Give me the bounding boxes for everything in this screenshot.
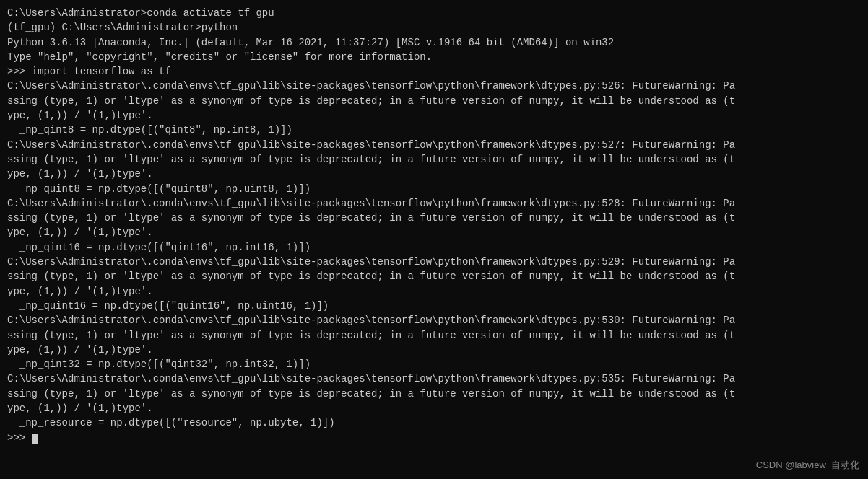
terminal-line: C:\Users\Administrator\.conda\envs\tf_gp… — [7, 372, 861, 386]
terminal-line: C:\Users\Administrator\.conda\envs\tf_gp… — [7, 138, 861, 152]
terminal-line: C:\Users\Administrator\.conda\envs\tf_gp… — [7, 79, 861, 93]
watermark: CSDN @labview_自动化 — [756, 459, 859, 472]
terminal-line: C:\Users\Administrator>conda activate tf… — [7, 6, 861, 20]
terminal-line: ssing (type, 1) or 'ltype' as a synonym … — [7, 328, 861, 343]
terminal-line: ype, (1,)) / '(1,)type'. — [7, 343, 861, 357]
terminal-line: _np_quint16 = np.dtype([("quint16", np.u… — [7, 299, 861, 313]
terminal-line: ssing (type, 1) or 'ltype' as a synonym … — [7, 94, 861, 108]
terminal-line: ype, (1,)) / '(1,)type'. — [7, 284, 861, 299]
terminal-line: C:\Users\Administrator\.conda\envs\tf_gp… — [7, 196, 861, 211]
terminal-line: _np_qint8 = np.dtype([("qint8", np.int8,… — [7, 123, 861, 137]
terminal-line: ssing (type, 1) or 'ltype' as a synonym … — [7, 211, 861, 225]
terminal-line: ype, (1,)) / '(1,)type'. — [7, 401, 861, 416]
terminal-line: ype, (1,)) / '(1,)type'. — [7, 108, 861, 123]
terminal-line: _np_quint8 = np.dtype([("quint8", np.uin… — [7, 182, 861, 196]
terminal-line: ype, (1,)) / '(1,)type'. — [7, 167, 861, 181]
terminal-line: >>> — [7, 431, 861, 445]
terminal-window: C:\Users\Administrator>conda activate tf… — [0, 0, 868, 479]
terminal-line: C:\Users\Administrator\.conda\envs\tf_gp… — [7, 255, 861, 269]
terminal-line: ssing (type, 1) or 'ltype' as a synonym … — [7, 152, 861, 167]
terminal-line: C:\Users\Administrator\.conda\envs\tf_gp… — [7, 313, 861, 328]
terminal-line: (tf_gpu) C:\Users\Administrator>python — [7, 20, 861, 35]
terminal-line: Python 3.6.13 |Anaconda, Inc.| (default,… — [7, 35, 861, 50]
terminal-line: ssing (type, 1) or 'ltype' as a synonym … — [7, 387, 861, 401]
terminal-line: _np_qint16 = np.dtype([("qint16", np.int… — [7, 240, 861, 255]
terminal-line: _np_qint32 = np.dtype([("qint32", np.int… — [7, 357, 861, 372]
terminal-line: Type "help", "copyright", "credits" or "… — [7, 50, 861, 64]
terminal-line: _np_resource = np.dtype([("resource", np… — [7, 416, 861, 430]
terminal-cursor — [32, 434, 38, 444]
terminal-line: ype, (1,)) / '(1,)type'. — [7, 225, 861, 240]
terminal-line: ssing (type, 1) or 'ltype' as a synonym … — [7, 269, 861, 284]
terminal-line: >>> import tensorflow as tf — [7, 64, 861, 79]
terminal-output: C:\Users\Administrator>conda activate tf… — [7, 6, 861, 445]
